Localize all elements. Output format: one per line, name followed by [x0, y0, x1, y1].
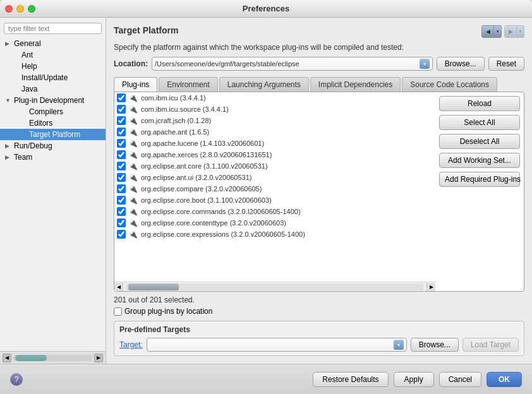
add-required-button[interactable]: Add Required Plug-ins [439, 172, 520, 187]
plugin-check-9[interactable] [117, 196, 126, 205]
plugin-name-10: org.eclipse.core.commands (3.2.0.I200606… [141, 208, 301, 215]
sidebar-item-plugin-dev[interactable]: ▼ Plug-in Development [0, 95, 106, 106]
apply-button[interactable]: Apply [394, 372, 434, 387]
close-button[interactable] [5, 5, 13, 13]
plugin-list-area: 🔌 com.ibm.icu (3.4.4.1) 🔌 com.ibm.icu.so… [114, 92, 435, 291]
plugin-name-9: org.eclipse.core.boot (3.1.100.v20060603… [141, 196, 272, 204]
filter-input[interactable] [4, 23, 102, 34]
reload-button[interactable]: Reload [439, 96, 520, 111]
help-icon[interactable]: ? [10, 373, 23, 386]
expand-arrow-run: ▶ [5, 143, 13, 149]
sidebar-label-target: Target Platform [28, 130, 80, 139]
sidebar: ▶ General Ant Help Install/Update [0, 18, 106, 364]
tab-launching[interactable]: Launching Arguments [219, 77, 309, 92]
sidebar-item-help[interactable]: Help [0, 61, 106, 72]
plugin-check-10[interactable] [117, 207, 126, 216]
scroll-right-btn[interactable]: ▶ [94, 354, 103, 362]
sidebar-item-java[interactable]: Java [0, 83, 106, 95]
ok-button[interactable]: OK [487, 372, 522, 387]
plugin-name-1: com.ibm.icu.source (3.4.4.1) [141, 105, 229, 113]
sidebar-item-compilers[interactable]: Compilers [0, 106, 106, 117]
tab-plugins[interactable]: Plug-ins [114, 77, 157, 92]
list-item: 🔌 com.ibm.icu (3.4.4.1) [114, 92, 435, 104]
list-item: 🔌 org.apache.lucene (1.4.103.v20060601) [114, 138, 435, 149]
sidebar-label-team: Team [13, 153, 32, 162]
minimize-button[interactable] [16, 5, 24, 13]
sidebar-scrollbar: ◀ ▶ [0, 351, 106, 364]
sidebar-item-install-update[interactable]: Install/Update [0, 72, 106, 83]
hscroll-track [126, 284, 424, 290]
plugin-check-8[interactable] [117, 184, 126, 193]
restore-defaults-button[interactable]: Restore Defaults [313, 372, 388, 387]
cancel-button[interactable]: Cancel [439, 372, 481, 387]
expand-arrow-plugin-dev: ▼ [5, 97, 13, 104]
plugin-check-7[interactable] [117, 173, 126, 182]
plugin-check-11[interactable] [117, 218, 126, 227]
target-combo[interactable]: ▾ [147, 338, 407, 352]
plugin-check-4[interactable] [117, 139, 126, 148]
deselect-all-button[interactable]: Deselect All [439, 134, 520, 149]
plugin-check-6[interactable] [117, 162, 126, 170]
scroll-left-btn[interactable]: ◀ [3, 354, 11, 362]
list-item: 🔌 org.eclipse.ant.ui (3.2.0.v20060531) [114, 172, 435, 183]
plugin-list[interactable]: 🔌 com.ibm.icu (3.4.4.1) 🔌 com.ibm.icu.so… [114, 92, 435, 282]
add-working-set-button[interactable]: Add Working Set... [439, 153, 520, 168]
nav-forward-button[interactable]: ▶ [504, 25, 517, 38]
sidebar-label-java: Java [20, 85, 37, 93]
plugin-icon-12: 🔌 [128, 229, 138, 239]
plugin-icon-6: 🔌 [128, 161, 138, 171]
location-row: Location: /Users/someone/dev/gmf/targets… [114, 57, 524, 71]
plugin-icon-11: 🔌 [128, 218, 138, 228]
predefined-section: Pre-defined Targets Target: ▾ Browse... … [114, 321, 524, 356]
group-plugins-row: Group plug-ins by location [114, 307, 524, 316]
group-plugins-checkbox[interactable] [114, 307, 122, 316]
plugin-check-5[interactable] [117, 150, 126, 159]
scroll-thumb [15, 355, 47, 361]
nav-forward-dropdown[interactable]: ▾ [517, 25, 524, 38]
hscroll-bar[interactable]: ◀ ▶ [114, 282, 435, 291]
expand-arrow-general: ▶ [5, 40, 13, 47]
titlebar-buttons [5, 5, 35, 13]
maximize-button[interactable] [28, 5, 35, 13]
tab-environment[interactable]: Environment [159, 77, 217, 92]
location-combo[interactable]: /Users/someone/dev/gmf/targets/stable/ec… [152, 57, 433, 71]
sidebar-item-editors[interactable]: Editors [0, 117, 106, 129]
plugin-check-2[interactable] [117, 116, 126, 125]
select-all-button[interactable]: Select All [439, 115, 520, 130]
hscroll-left[interactable]: ◀ [114, 283, 123, 291]
sidebar-item-general[interactable]: ▶ General [0, 38, 106, 49]
target-link[interactable]: Target: [119, 340, 143, 349]
predefined-row: Target: ▾ Browse... Load Target [119, 338, 519, 352]
list-item: 🔌 org.eclipse.core.expressions (3.2.0.v2… [114, 229, 435, 240]
reset-button[interactable]: Reset [488, 57, 524, 71]
combo-dropdown-arrow[interactable]: ▾ [420, 59, 430, 69]
target-browse-button[interactable]: Browse... [411, 338, 459, 352]
nav-arrows: ◀ ▾ ▶ ▾ [481, 25, 524, 38]
list-item: 🔌 com.ibm.icu.source (3.4.4.1) [114, 104, 435, 115]
sidebar-label-help: Help [20, 62, 37, 71]
plugin-icon-5: 🔌 [128, 150, 138, 160]
sidebar-item-run-debug[interactable]: ▶ Run/Debug [0, 140, 106, 152]
tabs-area: Plug-ins Environment Launching Arguments… [114, 77, 524, 292]
sidebar-item-team[interactable]: ▶ Team [0, 152, 106, 163]
nav-back-dropdown[interactable]: ▾ [494, 25, 502, 38]
plugin-name-6: org.eclipse.ant.core (3.1.100.v20060531) [141, 162, 268, 170]
right-buttons-panel: Reload Select All Deselect All Add Worki… [435, 92, 524, 291]
plugin-check-12[interactable] [117, 230, 126, 239]
target-combo-arrow[interactable]: ▾ [394, 340, 404, 350]
sidebar-label-ant: Ant [20, 51, 33, 59]
nav-back-button[interactable]: ◀ [481, 25, 494, 38]
tab-implicit[interactable]: Implicit Dependencies [310, 77, 401, 92]
sidebar-item-ant[interactable]: Ant [0, 49, 106, 61]
location-value: /Users/someone/dev/gmf/targets/stable/ec… [155, 60, 420, 68]
browse-button[interactable]: Browse... [437, 57, 485, 71]
status-row: 201 out of 201 selected. [114, 296, 524, 304]
tab-source[interactable]: Source Code Locations [402, 77, 497, 92]
sidebar-item-target-platform[interactable]: Target Platform [0, 129, 106, 140]
hscroll-right[interactable]: ▶ [426, 283, 435, 291]
plugin-check-0[interactable] [117, 93, 126, 102]
plugin-check-1[interactable] [117, 105, 126, 114]
plugin-check-3[interactable] [117, 128, 126, 136]
list-item: 🔌 org.apache.ant (1.6.5) [114, 126, 435, 138]
titlebar: Preferences [0, 0, 532, 18]
